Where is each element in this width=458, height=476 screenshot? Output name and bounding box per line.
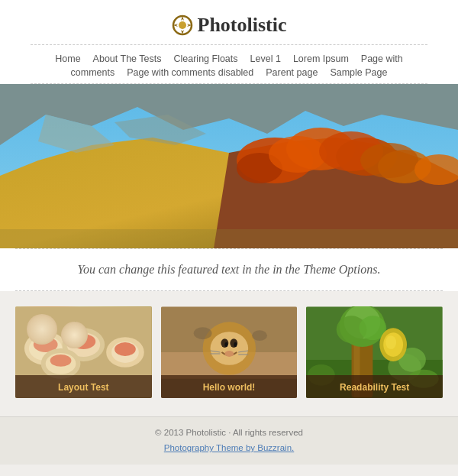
svg-point-37 (221, 338, 228, 348)
nav-item-page-comments[interactable]: Page with (361, 53, 403, 64)
svg-point-13 (360, 143, 418, 178)
svg-point-63 (386, 335, 397, 349)
post-thumb-layout-test[interactable]: Layout Test (15, 306, 152, 398)
nav-item-page-comments2[interactable]: comments (71, 67, 115, 78)
posts-grid: Layout Test (0, 291, 458, 413)
nav-item-level1[interactable]: Level 1 (250, 53, 281, 64)
nav-item-lorem[interactable]: Lorem Ipsum (293, 53, 349, 64)
post-caption-readability-test[interactable]: Readability Test (306, 375, 443, 398)
main-nav: Home About The Tests Clearing Floats Lev… (15, 45, 443, 83)
post-caption-layout-test[interactable]: Layout Test (15, 375, 152, 398)
site-header: Photolistic Home About The Tests Clearin… (0, 0, 458, 84)
svg-point-30 (50, 355, 72, 367)
svg-line-31 (42, 325, 50, 333)
svg-line-32 (74, 322, 79, 329)
svg-point-39 (224, 342, 227, 347)
svg-rect-17 (0, 229, 458, 248)
post-thumb-hello-world[interactable]: Hello world! (161, 306, 298, 398)
post-caption-hello-world[interactable]: Hello world! (161, 375, 298, 398)
nav-item-page-no-comments[interactable]: Page with comments disabled (127, 67, 253, 78)
footer-copyright: © 2013 Photolistic · All rights reserved (15, 428, 443, 437)
site-logo-icon (172, 15, 193, 36)
site-title: Photolistic (198, 14, 287, 37)
site-footer: © 2013 Photolistic · All rights reserved… (0, 416, 458, 465)
hero-landscape-svg (0, 84, 458, 248)
svg-point-24 (71, 334, 95, 349)
svg-point-46 (193, 327, 211, 339)
svg-point-47 (252, 330, 267, 341)
hero-image (0, 84, 458, 248)
svg-point-27 (114, 342, 136, 356)
nav-item-sample[interactable]: Sample Page (330, 67, 387, 78)
post-link-readability-test[interactable]: Readability Test (340, 382, 409, 393)
nav-item-parent[interactable]: Parent page (266, 67, 318, 78)
site-title-wrap: Photolistic (15, 14, 443, 37)
post-link-hello-world[interactable]: Hello world! (203, 382, 256, 393)
svg-point-40 (234, 342, 237, 347)
svg-point-36 (210, 332, 248, 365)
post-link-layout-test[interactable]: Layout Test (58, 382, 108, 393)
featured-text-wrap: You can change this featured text in the… (0, 249, 458, 290)
svg-point-11 (269, 136, 327, 173)
post-thumb-readability-test[interactable]: Readability Test (306, 306, 443, 398)
nav-item-clearing-floats[interactable]: Clearing Floats (173, 53, 237, 64)
featured-text: You can change this featured text in the… (23, 263, 435, 277)
svg-point-1 (179, 21, 186, 29)
nav-item-home[interactable]: Home (55, 53, 80, 64)
footer-theme-link[interactable]: Photography Theme by Buzzrain. (164, 443, 294, 452)
featured-section: You can change this featured text in the… (0, 248, 458, 291)
svg-point-41 (224, 351, 234, 357)
nav-item-about-tests[interactable]: About The Tests (93, 53, 162, 64)
svg-point-38 (230, 338, 237, 348)
